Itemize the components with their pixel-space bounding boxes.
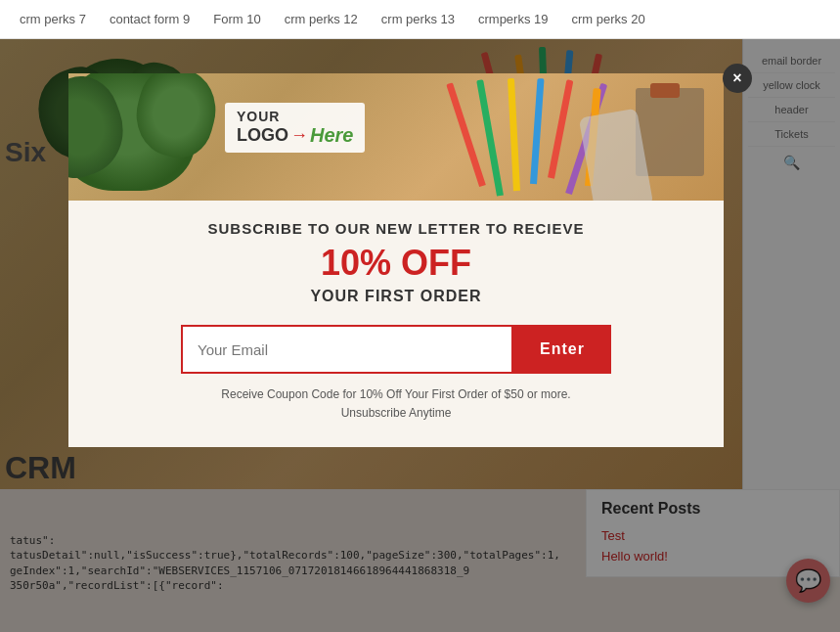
- modal-logo-arrow: →: [290, 125, 308, 146]
- modal-logo: YOUR LOGO → Here: [225, 103, 365, 153]
- modal-clipboard-clip: [650, 83, 680, 98]
- modal-subscribe-text: SUBSCRIBE TO OUR NEW LETTER TO RECIEVE: [98, 220, 694, 237]
- modal-logo-line2: LOGO → Here: [237, 124, 353, 147]
- email-input[interactable]: [181, 325, 513, 374]
- modal-plant: [68, 73, 205, 201]
- modal-discount-text: 10% OFF: [98, 243, 694, 284]
- modal-pencil-4: [530, 78, 545, 184]
- modal-first-order-text: YOUR FIRST ORDER: [98, 288, 694, 305]
- modal-pencil-3: [508, 78, 520, 191]
- nav-item-crm-perks-13[interactable]: crm perks 13: [372, 0, 464, 38]
- modal-plant-leaves: [68, 73, 196, 191]
- enter-button[interactable]: Enter: [513, 325, 611, 374]
- nav-item-form-10[interactable]: Form 10: [203, 0, 270, 38]
- nav-item-crmperks-19[interactable]: crmperks 19: [468, 0, 558, 38]
- modal-pencil-5: [548, 79, 573, 178]
- modal-body: SUBSCRIBE TO OUR NEW LETTER TO RECIEVE 1…: [68, 201, 724, 447]
- main-content-area: Six CRM email border yellow clock header…: [0, 39, 840, 632]
- fine-print-line-2: Unsubscribe Anytime: [98, 404, 694, 423]
- modal-logo-line1: YOUR: [237, 109, 353, 124]
- modal-logo-logo-text: LOGO: [237, 125, 288, 146]
- modal-close-button[interactable]: ×: [723, 64, 752, 93]
- modal-fine-print: Receive Coupon Code for 10% Off Your Fir…: [98, 385, 694, 423]
- modal-input-row: Enter: [98, 325, 694, 374]
- subscription-modal: YOUR LOGO → Here: [68, 73, 724, 447]
- modal-header-image: YOUR LOGO → Here: [68, 73, 724, 201]
- nav-item-contact-form-9[interactable]: contact form 9: [100, 0, 199, 38]
- nav-item-crm-perks-20[interactable]: crm perks 20: [562, 0, 655, 38]
- top-navigation: crm perks 7 contact form 9 Form 10 crm p…: [0, 0, 840, 39]
- nav-item-crm-perks-12[interactable]: crm perks 12: [275, 0, 368, 38]
- nav-item-crm-perks-7[interactable]: crm perks 7: [10, 0, 96, 38]
- fine-print-line-1: Receive Coupon Code for 10% Off Your Fir…: [98, 385, 694, 404]
- modal-logo-here: Here: [310, 124, 353, 147]
